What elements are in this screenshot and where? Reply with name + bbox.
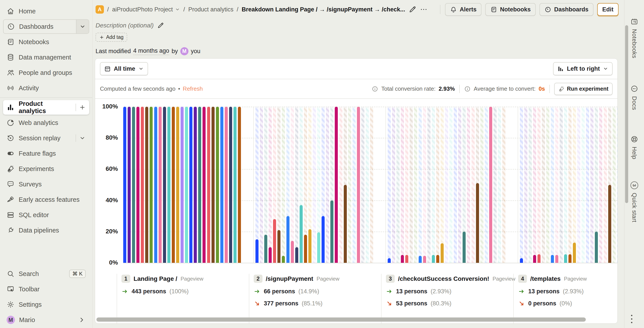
funnel-order-button[interactable]: Left to right	[553, 62, 612, 75]
sidebar-item-session-replay[interactable]: Session replay	[3, 131, 89, 145]
sidebar-item-dashboards[interactable]: Dashboards	[3, 19, 89, 34]
sidebar-item-surveys[interactable]: Surveys	[3, 177, 89, 191]
funnel-bar[interactable]	[216, 107, 219, 263]
side-panel-tab-docs[interactable]: Docs	[630, 85, 638, 110]
funnel-bar[interactable]	[335, 107, 338, 263]
funnel-bar[interactable]	[229, 107, 232, 263]
funnel-bar[interactable]	[150, 107, 153, 263]
funnel-bar[interactable]	[141, 107, 144, 263]
funnel-bar[interactable]	[282, 256, 285, 263]
notebooks-button[interactable]: Notebooks	[485, 3, 536, 16]
funnel-bar[interactable]	[234, 107, 236, 263]
date-range-button[interactable]: All time	[100, 62, 148, 75]
step-completed-row[interactable]: 13 persons(2.93%)	[386, 288, 513, 295]
funnel-bar[interactable]	[212, 107, 214, 263]
plus-icon[interactable]	[79, 104, 86, 111]
funnel-bar[interactable]	[132, 107, 135, 263]
step-completed-row[interactable]: 66 persons(14.9%)	[254, 288, 381, 295]
funnel-bar[interactable]	[344, 185, 347, 263]
funnel-bar[interactable]	[256, 239, 258, 263]
funnel-bar[interactable]	[176, 107, 179, 263]
funnel-bar[interactable]	[476, 183, 479, 263]
edit-description-icon[interactable]	[157, 22, 164, 29]
funnel-bar[interactable]	[136, 107, 140, 263]
breadcrumb-project[interactable]: aiProductPhoto Project	[112, 6, 180, 13]
funnel-bar[interactable]	[180, 107, 184, 263]
funnel-bar[interactable]	[432, 255, 435, 263]
funnel-bar[interactable]	[207, 107, 210, 263]
side-panel-tab-help[interactable]: Help	[630, 135, 638, 159]
funnel-bar[interactable]	[440, 243, 444, 263]
funnel-bar[interactable]	[145, 107, 148, 263]
funnel-bar[interactable]	[238, 107, 241, 263]
funnel-bar[interactable]	[538, 254, 540, 263]
funnel-bar[interactable]	[300, 205, 303, 263]
funnel-bar[interactable]	[388, 258, 391, 263]
funnel-bar[interactable]	[194, 107, 197, 263]
info-icon[interactable]	[372, 86, 378, 92]
funnel-bar[interactable]	[295, 247, 298, 263]
horizontal-scrollbar[interactable]	[96, 318, 586, 322]
sidebar-item-main[interactable]: Dashboards	[4, 20, 72, 33]
sidebar-item-people-and-groups[interactable]: People and groups	[3, 65, 89, 80]
funnel-bar[interactable]	[128, 107, 131, 263]
panel-drag-handle[interactable]	[631, 315, 632, 323]
funnel-bar[interactable]	[304, 235, 307, 263]
run-experiment-button[interactable]: Run experiment	[554, 83, 612, 95]
funnel-bar[interactable]	[198, 107, 201, 263]
breadcrumb-section[interactable]: Product analytics	[188, 6, 234, 13]
sidebar-item-home[interactable]: Home	[3, 4, 89, 18]
more-options-icon[interactable]	[420, 5, 428, 13]
funnel-bar[interactable]	[555, 255, 558, 263]
sidebar-item-user[interactable]: MMario	[3, 313, 89, 327]
last-modified-time[interactable]: 4 months ago	[133, 47, 169, 55]
funnel-bar[interactable]	[401, 255, 404, 263]
funnel-bar[interactable]	[172, 107, 175, 263]
funnel-bar[interactable]	[330, 200, 334, 263]
funnel-bar[interactable]	[269, 247, 272, 263]
sidebar-item-toolbar[interactable]: Toolbar	[3, 282, 89, 296]
edit-button[interactable]: Edit	[597, 3, 618, 16]
sidebar-item-sql-editor[interactable]: SQL editor	[3, 208, 89, 222]
step-dropped-row[interactable]: 53 persons(80.3%)	[386, 300, 513, 307]
step-dropped-row[interactable]: 377 persons(85.1%)	[254, 300, 381, 307]
sidebar-item-data-pipelines[interactable]: Data pipelines	[3, 223, 89, 238]
funnel-bar[interactable]	[423, 256, 426, 263]
funnel-bar[interactable]	[462, 232, 466, 263]
funnel-bar[interactable]	[564, 254, 567, 263]
funnel-bar[interactable]	[419, 256, 422, 263]
funnel-bar[interactable]	[278, 230, 280, 263]
sidebar-item-search[interactable]: Search⌘ K	[3, 267, 89, 281]
sidebar-item-feature-flags[interactable]: Feature flags	[3, 146, 89, 161]
step-completed-row[interactable]: 13 persons(2.93%)	[518, 288, 618, 295]
funnel-bar[interactable]	[291, 241, 294, 263]
funnel-bar[interactable]	[202, 107, 206, 263]
funnel-bar[interactable]	[405, 255, 408, 263]
add-tag-button[interactable]: Add tag	[96, 33, 127, 42]
funnel-bar[interactable]	[533, 255, 536, 263]
sidebar-item-data-management[interactable]: Data management	[3, 50, 89, 64]
funnel-bar[interactable]	[595, 232, 598, 263]
funnel-bar[interactable]	[185, 107, 188, 263]
funnel-bar[interactable]	[573, 243, 576, 263]
funnel-bar[interactable]	[189, 107, 192, 263]
side-panel-tab-quick-start[interactable]: 3Quick start	[630, 181, 638, 222]
funnel-bar[interactable]	[322, 216, 325, 263]
sidebar-item-activity[interactable]: Activity	[3, 81, 89, 95]
funnel-bar[interactable]	[551, 255, 554, 263]
funnel-bar[interactable]	[154, 107, 157, 263]
funnel-bar[interactable]	[608, 185, 611, 263]
vertical-scrollbar[interactable]	[625, 25, 628, 203]
funnel-bar[interactable]	[436, 255, 439, 263]
funnel-bar[interactable]	[220, 107, 224, 263]
funnel-bar[interactable]	[167, 107, 170, 263]
step-completed-row[interactable]: 443 persons(100%)	[122, 288, 249, 295]
sidebar-item-early-access-features[interactable]: Early access features	[3, 192, 89, 207]
refresh-link[interactable]: Refresh	[183, 85, 203, 92]
funnel-bar[interactable]	[225, 107, 228, 263]
chevron-down-icon[interactable]	[79, 135, 86, 141]
funnel-bar[interactable]	[273, 219, 276, 263]
funnel-bar[interactable]	[357, 107, 360, 263]
funnel-bar[interactable]	[568, 254, 572, 263]
sidebar-item-product-analytics[interactable]: Product analytics	[3, 100, 89, 115]
